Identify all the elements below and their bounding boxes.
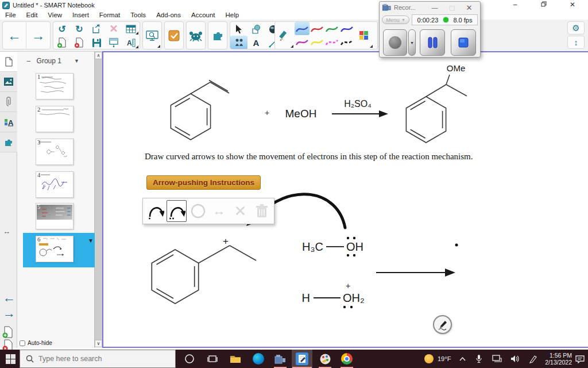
close-icon[interactable]: ✕ <box>558 0 587 10</box>
pen-pink-dashed-swatch[interactable] <box>324 36 339 49</box>
resize-panel-icon[interactable]: ↔ <box>3 227 10 236</box>
cortana-icon[interactable] <box>179 350 200 368</box>
menu-view[interactable]: View <box>42 12 67 18</box>
pen-magenta-swatch[interactable] <box>295 36 310 49</box>
chrome-icon[interactable] <box>336 350 357 368</box>
page-thumbnail-2[interactable]: 2 <box>36 106 74 132</box>
pen-tray-icon[interactable] <box>525 350 541 368</box>
group-dropdown-icon[interactable]: ▼ <box>74 58 79 64</box>
start-button[interactable] <box>0 350 21 368</box>
ink-pen-badge[interactable] <box>433 315 452 334</box>
autohide-checkbox[interactable] <box>20 340 25 346</box>
screen-shade-icon[interactable] <box>105 36 122 49</box>
weather-temperature[interactable]: 19°F <box>438 355 451 362</box>
action-center-icon[interactable] <box>572 350 588 368</box>
menu-format[interactable]: Format <box>94 12 125 18</box>
toolbar-move-icon[interactable]: ↕ <box>568 36 584 48</box>
page-thumbnail-1[interactable]: 1 <box>36 73 74 99</box>
group-collapse-icon[interactable]: − <box>26 57 31 66</box>
scroll-down-icon[interactable]: ∨ <box>95 340 102 347</box>
table-icon[interactable] <box>122 22 140 36</box>
recorder-minimize-icon[interactable]: — <box>426 4 443 11</box>
curved-arrow-double-icon[interactable] <box>167 200 187 222</box>
delete-icon[interactable]: ✕ <box>105 22 122 36</box>
shapes-tool-icon[interactable] <box>247 22 265 36</box>
redo-button[interactable]: ↻ <box>71 22 88 36</box>
screen-capture-icon[interactable] <box>143 22 161 49</box>
undo-button[interactable]: ↺ <box>53 22 71 36</box>
tab-gallery[interactable] <box>0 72 17 92</box>
menu-edit[interactable]: Edit <box>21 12 43 18</box>
arrow-pushing-instructions-button[interactable]: Arrow-pushing Instructions <box>146 175 261 190</box>
search-input[interactable] <box>38 355 153 363</box>
smart-notebook-taskbar-icon[interactable] <box>292 350 312 368</box>
network-icon[interactable] <box>488 350 505 368</box>
tray-chevron-icon[interactable] <box>455 350 470 368</box>
menu-tools[interactable]: Tools <box>125 12 151 18</box>
restore-icon[interactable] <box>529 0 558 10</box>
page-thumbnail-4[interactable]: 4 <box>36 171 74 198</box>
select-tool-icon[interactable] <box>230 22 247 36</box>
pen-black-dashed-swatch[interactable] <box>339 36 354 49</box>
group-label[interactable]: Group 1 <box>37 57 61 65</box>
previous-page-button[interactable]: ← <box>3 290 16 305</box>
menu-help[interactable]: Help <box>220 12 245 18</box>
next-page-button[interactable]: → <box>3 306 16 321</box>
volume-icon[interactable] <box>506 350 524 368</box>
file-explorer-icon[interactable] <box>225 350 246 368</box>
toolbar-settings-gear-icon[interactable]: ⚙ <box>568 22 584 34</box>
assessment-check-icon[interactable] <box>165 22 183 49</box>
menu-insert[interactable]: Insert <box>67 12 94 18</box>
pen-navy-swatch[interactable] <box>339 22 354 35</box>
record-button[interactable] <box>383 29 407 56</box>
page-thumbnail-6[interactable]: 6 <box>36 236 74 262</box>
scroll-up-icon[interactable]: ∧ <box>95 52 102 59</box>
page-dropdown-icon[interactable]: ▼ <box>88 237 94 244</box>
pause-button[interactable] <box>420 29 445 56</box>
task-view-icon[interactable] <box>202 350 223 368</box>
measure-tools-icon[interactable]: A <box>122 36 140 49</box>
add-page-button[interactable] <box>2 326 13 340</box>
addons-puzzle-icon[interactable] <box>208 22 227 49</box>
notebook-canvas[interactable]: + MeOH H₂SO₄ OMe + H₃C <box>102 51 588 348</box>
tab-addons[interactable] <box>0 132 17 152</box>
save-icon[interactable] <box>88 36 105 49</box>
page-thumbnail-5[interactable]: 5 <box>36 203 74 229</box>
response-crab-icon[interactable] <box>187 22 205 49</box>
recorder-title-bar[interactable]: Recor... — ▢ ✕ <box>380 2 480 12</box>
pen-yellow-swatch[interactable] <box>310 36 324 49</box>
pen-tool-icon[interactable] <box>275 22 295 49</box>
figures-tool-icon[interactable] <box>230 36 247 49</box>
recorder-close-icon[interactable]: ✕ <box>461 3 478 12</box>
color-palette-icon[interactable] <box>354 22 374 49</box>
edge-icon[interactable] <box>248 350 269 368</box>
taskbar-clock[interactable]: 1:56 PM 2/13/2022 <box>545 350 572 368</box>
tab-attachments[interactable] <box>0 92 17 112</box>
microphone-icon[interactable] <box>471 350 487 368</box>
tab-page-sorter[interactable] <box>0 52 18 72</box>
export-page-icon[interactable] <box>88 22 105 36</box>
stop-button[interactable] <box>451 29 476 56</box>
taskbar-search-box[interactable] <box>20 350 176 368</box>
canvas-vertical-scrollbar[interactable]: ∧ ∨ <box>95 52 102 347</box>
weather-icon[interactable] <box>420 350 438 368</box>
tab-properties[interactable]: A <box>0 112 17 132</box>
pen-blue-swatch[interactable] <box>295 22 310 35</box>
text-tool-icon[interactable]: A <box>247 36 265 49</box>
delete-page-icon[interactable] <box>71 36 88 49</box>
menu-file[interactable]: File <box>0 12 21 18</box>
back-page-button[interactable]: ← <box>3 22 26 49</box>
forward-page-button[interactable]: → <box>26 22 50 49</box>
paint-app-icon[interactable] <box>315 350 335 368</box>
recorder-taskbar-icon[interactable] <box>270 350 291 368</box>
menu-addons[interactable]: Add-ons <box>151 12 186 18</box>
record-options-dropdown[interactable]: ▼ <box>408 29 416 56</box>
menu-account[interactable]: Account <box>186 12 220 18</box>
add-page-icon[interactable] <box>53 36 71 49</box>
minimize-icon[interactable]: – <box>501 0 529 10</box>
pen-green-swatch[interactable] <box>324 22 339 35</box>
autohide-label: Auto-hide <box>28 340 52 346</box>
page-thumbnail-3[interactable]: 3 <box>36 139 74 165</box>
curved-arrow-single-icon[interactable] <box>145 200 165 222</box>
pen-red-swatch[interactable] <box>310 22 324 35</box>
